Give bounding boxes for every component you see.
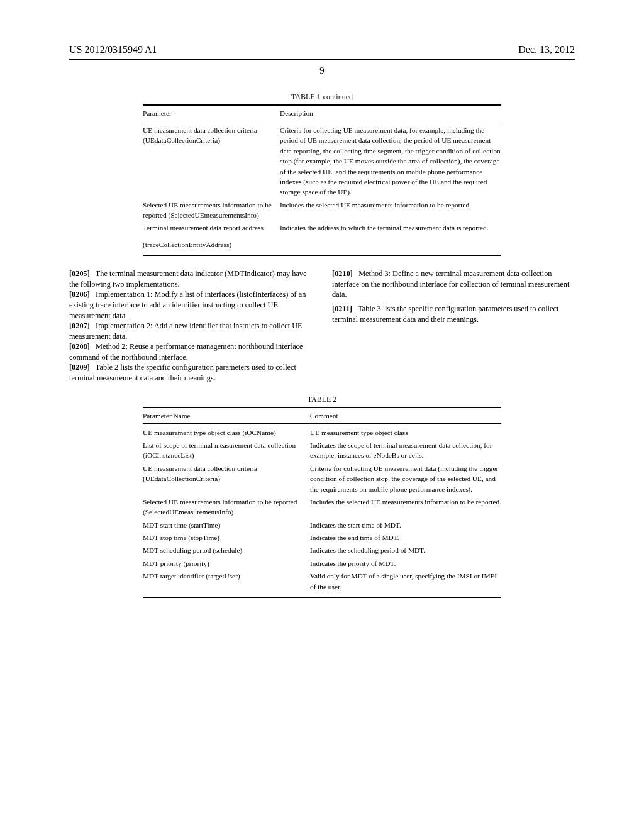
table-cell: List of scope of terminal measurement da…: [143, 440, 310, 461]
table-cell: Indicates the start time of MDT.: [310, 520, 501, 530]
table-cell: Includes the selected UE measurements in…: [280, 200, 501, 221]
table-2-title: TABLE 2: [143, 395, 501, 404]
table-row: Selected UE measurements information to …: [143, 199, 501, 222]
table-row: MDT start time (startTime) Indicates the…: [143, 519, 501, 531]
table-cell: UE measurement type object class: [310, 428, 501, 438]
table-row: MDT target identifier (targetUser) Valid…: [143, 570, 501, 593]
table-cell: MDT scheduling period (schedule): [143, 545, 310, 555]
table-row: UE measurement type object class (iOCNam…: [143, 426, 501, 439]
table-row: UE measurement data collection criteria …: [143, 462, 501, 495]
table-cell: Valid only for MDT of a single user, spe…: [310, 571, 501, 592]
table-2-head-param: Parameter Name: [143, 412, 310, 419]
paragraph: [0210] Method 3: Define a new terminal m…: [332, 268, 575, 300]
table-row: Selected UE measurements information to …: [143, 495, 501, 519]
para-number: [0206]: [69, 290, 90, 299]
table-cell: Indicates the scheduling period of MDT.: [310, 545, 501, 555]
table-row: Terminal measurement data report address…: [143, 221, 501, 234]
table-cell: Terminal measurement data report address: [143, 223, 280, 233]
para-number: [0209]: [69, 363, 90, 372]
para-text: Method 2: Reuse a performance management…: [69, 342, 303, 362]
body-columns: [0205] The terminal measurement data ind…: [69, 268, 575, 384]
paragraph: [0211] Table 3 lists the specific config…: [332, 304, 575, 324]
para-text: Method 3: Define a new terminal measurem…: [332, 269, 569, 299]
para-number: [0207]: [69, 321, 90, 330]
table-cell: Includes the selected UE measurements in…: [310, 497, 501, 517]
para-number: [0210]: [332, 269, 353, 278]
publication-date: Dec. 13, 2012: [518, 44, 575, 55]
left-column: [0205] The terminal measurement data ind…: [69, 268, 312, 384]
publication-number: US 2012/0315949 A1: [69, 44, 157, 55]
table-1-head-desc: Description: [280, 109, 501, 117]
para-text: Implementation 2: Add a new identifier t…: [69, 321, 303, 341]
paragraph: [0206] Implementation 1: Modify a list o…: [69, 289, 312, 321]
table-cell: Criteria for collecting UE measurement d…: [280, 125, 501, 197]
para-text: The terminal measurement data indicator …: [69, 269, 306, 289]
table-cell: Selected UE measurements information to …: [143, 200, 280, 221]
table-row: (traceCollectionEntityAddress): [143, 238, 501, 251]
table-1-head-param: Parameter: [143, 109, 280, 117]
table-cell: MDT target identifier (targetUser): [143, 571, 310, 592]
table-cell: Indicates the end time of MDT.: [310, 533, 501, 543]
paragraph: [0209] Table 2 lists the specific config…: [69, 362, 312, 383]
table-cell: UE measurement type object class (iOCNam…: [143, 428, 310, 438]
table-row: MDT scheduling period (schedule) Indicat…: [143, 544, 501, 556]
table-cell: UE measurement data collection criteria …: [143, 125, 280, 197]
table-2: TABLE 2 Parameter Name Comment UE measur…: [143, 395, 501, 598]
paragraph: [0208] Method 2: Reuse a performance man…: [69, 341, 312, 362]
table-cell: MDT priority (priority): [143, 558, 310, 568]
para-number: [0208]: [69, 342, 90, 351]
para-number: [0205]: [69, 269, 90, 278]
table-cell: Indicates the scope of terminal measurem…: [310, 440, 501, 461]
table-cell: Indicates the address to which the termi…: [280, 223, 501, 233]
paragraph: [0205] The terminal measurement data ind…: [69, 268, 312, 289]
page-number: 9: [69, 65, 575, 76]
table-row: MDT priority (priority) Indicates the pr…: [143, 557, 501, 570]
para-text: Table 3 lists the specific configuration…: [332, 304, 558, 324]
table-cell: MDT stop time (stopTime): [143, 533, 310, 543]
para-text: Implementation 1: Modify a list of inter…: [69, 290, 306, 319]
table-cell: Indicates the priority of MDT.: [310, 558, 501, 568]
table-cell: MDT start time (startTime): [143, 520, 310, 530]
table-cell: [280, 240, 501, 250]
table-cell: Criteria for collecting UE measurement d…: [310, 463, 501, 494]
table-1-continued: TABLE 1-continued Parameter Description …: [143, 92, 501, 256]
paragraph: [0207] Implementation 2: Add a new ident…: [69, 321, 312, 341]
table-row: List of scope of terminal measurement da…: [143, 439, 501, 462]
para-text: Table 2 lists the specific configuration…: [69, 363, 296, 382]
header-rule: [69, 59, 575, 60]
table-row: MDT stop time (stopTime) Indicates the e…: [143, 531, 501, 544]
table-1-title: TABLE 1-continued: [143, 92, 501, 102]
table-cell: UE measurement data collection criteria …: [143, 463, 310, 494]
table-cell: Selected UE measurements information to …: [143, 497, 310, 517]
table-2-head-desc: Comment: [310, 412, 501, 419]
right-column: [0210] Method 3: Define a new terminal m…: [332, 268, 575, 384]
table-row: UE measurement data collection criteria …: [143, 124, 501, 199]
table-cell: (traceCollectionEntityAddress): [143, 240, 280, 250]
para-number: [0211]: [332, 304, 352, 313]
